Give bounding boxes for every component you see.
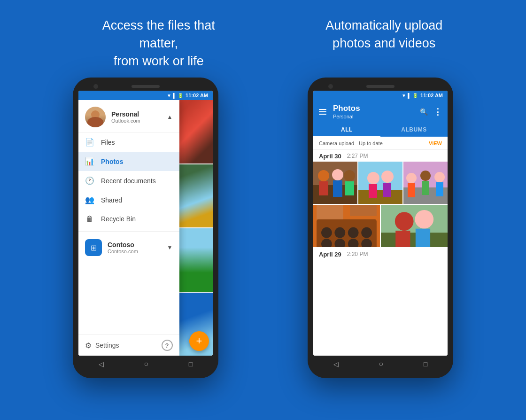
phone2-speaker (366, 85, 394, 88)
shared-icon: 👥 (85, 195, 94, 204)
phone1-screen-inner: Personal Outlook.com ▲ 📄 Files (78, 100, 213, 356)
signal-icon: ▌ (173, 93, 176, 98)
phone2-screen: ▼ ▌ 🔋 11:02 AM Photos Personal (313, 91, 448, 356)
left-headline-text: Access the files that matter, from work … (84, 17, 234, 70)
phone2-nav-home[interactable]: ○ (379, 360, 383, 368)
toolbar-icons: 🔍 ⋮ (420, 107, 442, 117)
tab-all[interactable]: ALL (313, 123, 380, 137)
svg-rect-11 (369, 184, 377, 198)
shared-label: Shared (101, 196, 122, 204)
photo-cell-5[interactable] (381, 205, 448, 247)
view-button[interactable]: VIEW (429, 140, 442, 146)
svg-rect-33 (350, 205, 377, 216)
help-button[interactable]: ? (162, 340, 173, 351)
phone1-top-bar (78, 83, 213, 91)
phone1-screen: ▼ ▌ 🔋 11:02 AM (78, 91, 213, 356)
wifi-icon: ▼ (167, 93, 171, 98)
drawer-divider (78, 231, 179, 232)
files-icon: 📄 (85, 138, 94, 147)
svg-point-10 (367, 172, 379, 184)
nav-home-button[interactable]: ○ (144, 360, 148, 368)
drawer-account-email: Outlook.com (111, 118, 167, 124)
drawer-item-photos[interactable]: 📊 Photos (78, 152, 179, 171)
hamburger-icon[interactable] (319, 109, 326, 115)
svg-point-27 (361, 227, 372, 238)
photo-time-april30: 2:27 PM (347, 153, 368, 159)
phone1-bottom-nav: ◁ ○ □ (78, 356, 213, 373)
right-headline: Automatically upload photos and videos (325, 17, 442, 53)
svg-point-26 (348, 227, 359, 238)
camera-upload-text: Camera upload - Up to date (319, 140, 383, 146)
drawer-account-name: Personal (111, 110, 167, 118)
phone2-nav-back[interactable]: ◁ (333, 360, 339, 368)
contoso-account-info: Contoso Contoso.com (108, 241, 162, 254)
drawer-item-files[interactable]: 📄 Files (78, 132, 179, 152)
right-headline-text: Automatically upload photos and videos (325, 17, 442, 53)
phone2-shell: ▼ ▌ 🔋 11:02 AM Photos Personal (308, 78, 453, 378)
avatar (85, 107, 106, 127)
phone2-bottom-nav: ◁ ○ □ (313, 356, 448, 373)
svg-point-16 (406, 173, 417, 183)
settings-item[interactable]: ⚙ Settings (85, 341, 119, 350)
svg-point-24 (321, 227, 332, 238)
photo-grid-row1 (313, 162, 448, 204)
svg-point-4 (332, 169, 343, 180)
drawer-item-shared[interactable]: 👥 Shared (78, 190, 179, 210)
photos-label: Photos (101, 158, 123, 165)
phone1-speaker (132, 85, 160, 88)
phone2-battery-icon: 🔋 (412, 93, 418, 98)
toolbar-title-group: Photos Personal (333, 104, 416, 119)
phone2-wifi-icon: ▼ (402, 93, 406, 98)
phone1-status-bar: ▼ ▌ 🔋 11:02 AM (78, 91, 213, 100)
nav-recent-button[interactable]: □ (189, 360, 193, 368)
photo-cell-3[interactable] (403, 162, 448, 204)
svg-point-12 (381, 171, 394, 183)
files-label: Files (101, 139, 115, 146)
drawer-header[interactable]: Personal Outlook.com ▲ (78, 100, 179, 132)
photos-icon: 📊 (85, 157, 94, 166)
chevron-up-icon: ▲ (167, 114, 173, 120)
drawer-overlay: Personal Outlook.com ▲ 📄 Files (78, 100, 179, 356)
battery-icon: 🔋 (178, 93, 183, 98)
svg-rect-5 (333, 180, 342, 197)
phone2-signal-icon: ▌ (408, 93, 411, 98)
nav-back-button[interactable]: ◁ (99, 360, 104, 368)
tab-albums[interactable]: ALBUMS (380, 123, 448, 136)
left-headline: Access the files that matter, from work … (84, 17, 234, 70)
svg-rect-21 (436, 182, 443, 196)
phone2-nav-recent[interactable]: □ (424, 360, 427, 368)
photo-time-april29: 2:20 PM (347, 251, 368, 257)
photo-grid-row2 (313, 205, 448, 247)
drawer-item-recycle[interactable]: 🗑 Recycle Bin (78, 210, 179, 228)
settings-label: Settings (95, 342, 119, 349)
svg-rect-37 (395, 231, 410, 247)
recycle-label: Recycle Bin (101, 215, 136, 223)
svg-rect-32 (317, 205, 343, 219)
photo-cell-4[interactable] (313, 205, 380, 247)
recent-icon: 🕐 (85, 176, 94, 185)
svg-rect-7 (345, 181, 354, 195)
photo-cell-2[interactable] (358, 162, 402, 204)
date-row-april29: April 29 2:20 PM (313, 248, 448, 260)
photos-tabs: ALL ALBUMS (313, 123, 448, 137)
phone1-camera (93, 84, 98, 89)
photo-cell-1[interactable] (313, 162, 357, 204)
second-account-row[interactable]: ⊞ Contoso Contoso.com ▼ (78, 234, 179, 261)
drawer-item-recent[interactable]: 🕐 Recent documents (78, 171, 179, 190)
svg-point-20 (434, 172, 445, 182)
drawer-items: 📄 Files 📊 Photos 🕐 Recent documents (78, 132, 179, 334)
app-toolbar: Photos Personal 🔍 ⋮ (313, 100, 448, 123)
more-icon[interactable]: ⋮ (433, 107, 442, 117)
contoso-name: Contoso (108, 241, 162, 249)
headlines-row: Access the files that matter, from work … (0, 0, 526, 78)
search-icon[interactable]: 🔍 (420, 108, 428, 116)
svg-rect-39 (416, 228, 430, 247)
svg-point-38 (415, 210, 433, 229)
date-row-april30: April 30 2:27 PM (313, 150, 448, 162)
contoso-domain: Contoso.com (108, 249, 162, 254)
contoso-account-icon: ⊞ (85, 239, 102, 256)
phone2-status-bar: ▼ ▌ 🔋 11:02 AM (313, 91, 448, 100)
svg-rect-35 (381, 233, 448, 247)
photo-date-april29: April 29 (319, 251, 341, 258)
drawer-account-info: Personal Outlook.com (111, 110, 167, 124)
